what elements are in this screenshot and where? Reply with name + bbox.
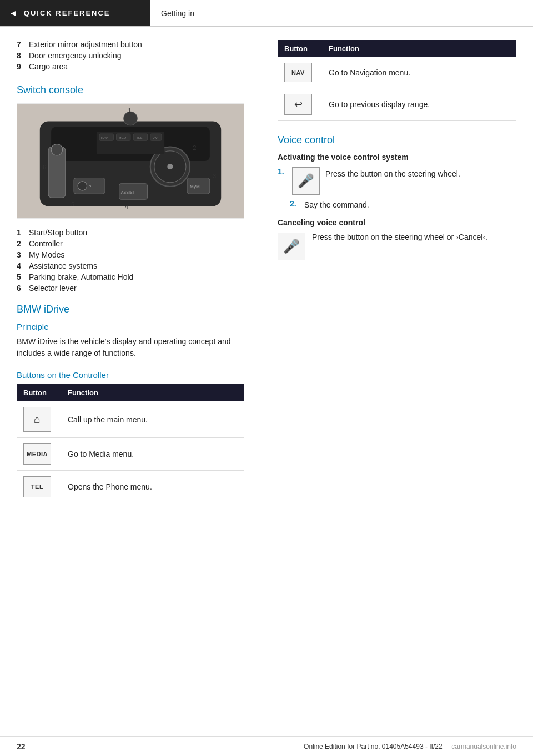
component-number: 1	[17, 228, 24, 237]
table-row: NAV Go to Navigation menu.	[278, 57, 516, 88]
home-button-icon: ⌂	[23, 407, 51, 432]
button-cell: ⌂	[17, 401, 61, 438]
microphone-icon: 🎤	[298, 173, 314, 189]
page-footer: 22 Online Edition for Part no. 01405A544…	[0, 736, 533, 756]
chapter-label: Getting in	[161, 9, 194, 18]
idrive-title: BMW iDrive	[17, 304, 244, 315]
controller-buttons-table: Button Function ⌂ Call up the main menu.…	[17, 384, 244, 503]
button-cell: TEL	[17, 471, 61, 503]
function-cell: Opens the Phone menu.	[61, 471, 244, 503]
svg-text:P: P	[89, 185, 92, 189]
header-chapter: Getting in	[150, 0, 533, 26]
main-content: 7 Exterior mirror adjustment button 8 Do…	[0, 27, 533, 515]
component-item: 2 Controller	[17, 239, 244, 248]
table-row: ⌂ Call up the main menu.	[17, 401, 244, 438]
back-button-icon: ↩	[284, 94, 312, 115]
list-item: 7 Exterior mirror adjustment button	[17, 40, 244, 49]
item-text: Door emergency unlocking	[29, 51, 122, 60]
cancel-mic-icon: 🎤	[278, 233, 305, 260]
table-header-function: Function	[61, 384, 244, 401]
function-cell: Call up the main menu.	[61, 401, 244, 438]
component-text: Assistance systems	[29, 261, 97, 270]
component-item: 3 My Modes	[17, 250, 244, 259]
buttons-controller-title: Buttons on the Controller	[17, 370, 244, 380]
function-cell: Go to Media menu.	[61, 438, 244, 471]
list-item: 8 Door emergency unlocking	[17, 51, 244, 60]
button-cell: ↩	[278, 88, 322, 121]
table-header-function: Function	[322, 40, 516, 57]
right-column: Button Function NAV Go to Navigation men…	[261, 40, 533, 515]
item-number: 9	[17, 62, 24, 71]
step-text: Say the command.	[304, 200, 369, 209]
component-text: My Modes	[29, 250, 65, 259]
media-button-icon: MEDIA	[23, 443, 51, 465]
voice-step-2: 2. Say the command.	[290, 199, 516, 209]
component-text: Parking brake, Automatic Hold	[29, 273, 133, 281]
svg-text:6: 6	[43, 164, 46, 170]
svg-text:MyM: MyM	[190, 184, 200, 189]
svg-text:NAV: NAV	[101, 135, 108, 139]
item-number: 7	[17, 40, 24, 49]
step-text: Press the button on the steering wheel.	[325, 169, 460, 178]
component-item: 6 Selector lever	[17, 284, 244, 293]
console-image: 1 2 MyM 3 ASSIST 4 P	[17, 103, 244, 219]
svg-point-20	[51, 144, 62, 155]
svg-point-7	[167, 164, 173, 169]
voice-step-1: 1. 🎤 Press the button on the steering wh…	[278, 167, 516, 195]
svg-text:2: 2	[193, 144, 196, 151]
header-section: ◄ QUICK REFERENCE	[0, 0, 150, 26]
svg-text:5: 5	[71, 201, 74, 208]
component-text: Selector lever	[29, 284, 77, 293]
microphone-cancel-icon: 🎤	[283, 239, 300, 254]
svg-point-16	[78, 182, 87, 190]
watermark-text: carmanualsonline.info	[451, 743, 516, 750]
component-number: 4	[17, 261, 24, 270]
table-row: ↩ Go to previous display range.	[278, 88, 516, 121]
voice-control-section: Voice control Activating the voice contr…	[278, 134, 516, 260]
component-item: 5 Parking brake, Automatic Hold	[17, 273, 244, 281]
table-row: MEDIA Go to Media menu.	[17, 438, 244, 471]
voice-cancel-row: 🎤 Press the button on the steering wheel…	[278, 233, 516, 260]
button-cell: MEDIA	[17, 438, 61, 471]
item-number: 8	[17, 51, 24, 60]
canceling-label: Canceling voice control	[278, 218, 516, 227]
intro-list: 7 Exterior mirror adjustment button 8 Do…	[17, 40, 244, 71]
voice-mic-icon: 🎤	[292, 167, 320, 195]
page-header: ◄ QUICK REFERENCE Getting in	[0, 0, 533, 27]
activating-label: Activating the voice control system	[278, 153, 516, 162]
component-item: 4 Assistance systems	[17, 261, 244, 270]
step-number: 2.	[290, 199, 299, 208]
svg-text:FAV: FAV	[152, 135, 158, 139]
item-text: Cargo area	[29, 62, 68, 71]
svg-text:1: 1	[128, 107, 131, 114]
item-text: Exterior mirror adjustment button	[29, 40, 142, 49]
component-number: 2	[17, 239, 24, 248]
table-header-button: Button	[17, 384, 61, 401]
table-header-button: Button	[278, 40, 322, 57]
step-number: 1.	[278, 167, 286, 176]
voice-control-title: Voice control	[278, 134, 516, 146]
component-number: 3	[17, 250, 24, 259]
online-edition-text: Online Edition for Part no. 01405A54493 …	[304, 743, 443, 750]
svg-text:3: 3	[213, 173, 216, 179]
section-title: QUICK REFERENCE	[24, 9, 110, 17]
cancel-text: Press the button on the steering wheel o…	[312, 233, 487, 241]
function-cell: Go to previous display range.	[322, 88, 516, 121]
svg-text:TEL: TEL	[136, 135, 143, 139]
table-row: TEL Opens the Phone menu.	[17, 471, 244, 503]
back-arrow-icon: ◄	[9, 8, 18, 18]
principle-text: BMW iDrive is the vehicle's display and …	[17, 336, 244, 359]
component-text: Controller	[29, 239, 63, 248]
switch-console-title: Switch console	[17, 84, 244, 96]
function-cell: Go to Navigation menu.	[322, 57, 516, 88]
nav-button-icon: NAV	[284, 63, 312, 82]
principle-subtitle: Principle	[17, 322, 244, 331]
left-column: 7 Exterior mirror adjustment button 8 Do…	[0, 40, 261, 515]
component-number: 5	[17, 273, 24, 281]
list-item: 9 Cargo area	[17, 62, 244, 71]
svg-text:ASSIST: ASSIST	[121, 190, 135, 195]
component-list: 1 Start/Stop button 2 Controller 3 My Mo…	[17, 228, 244, 293]
button-cell: NAV	[278, 57, 322, 88]
svg-text:MED: MED	[119, 135, 127, 139]
page-number: 22	[17, 742, 26, 751]
